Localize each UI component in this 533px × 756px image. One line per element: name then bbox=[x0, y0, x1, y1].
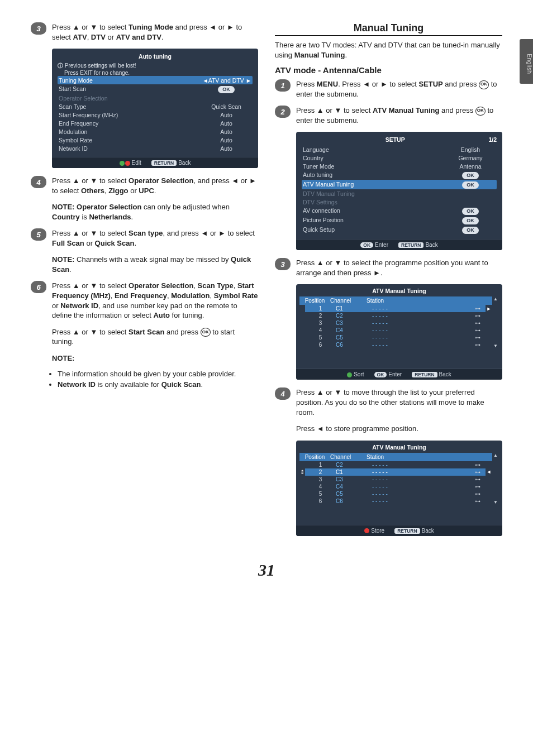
up-icon bbox=[317, 388, 324, 396]
t: or bbox=[80, 281, 91, 290]
osd-auto-tuning: Auto tuning ⓘ Previous settings will be … bbox=[52, 49, 258, 168]
t: Country bbox=[52, 213, 80, 221]
ok-icon: OK bbox=[475, 107, 486, 116]
t: , bbox=[111, 291, 115, 300]
left-icon bbox=[317, 424, 324, 433]
t: DTV bbox=[91, 33, 106, 41]
rstep-2: 2 Press or to select ATV Manual Tuning a… bbox=[275, 106, 502, 125]
t: , and press bbox=[193, 176, 231, 185]
step-badge-3: 3 bbox=[275, 258, 291, 270]
note-6-list: The information should be given by your … bbox=[58, 370, 258, 389]
t: The information should be given by your … bbox=[58, 370, 258, 378]
t: End Frequency bbox=[115, 291, 167, 300]
t: to select bbox=[97, 23, 129, 31]
channel-row: 3C3- - - - -⊶ bbox=[305, 319, 486, 327]
osd-rows: Tuning Mode◄ ATV and DTV ►Start ScanOKOp… bbox=[58, 76, 253, 152]
info-icon: ⓘ bbox=[58, 63, 63, 69]
t: Press bbox=[52, 281, 73, 290]
t: Tuning Mode bbox=[129, 23, 173, 31]
osd-row: Tuner ModeAntenna bbox=[302, 162, 497, 170]
left-icon bbox=[209, 23, 216, 31]
t: NOTE: bbox=[52, 203, 74, 211]
osd-row: Start ScanOK bbox=[58, 84, 253, 94]
footer-back: RETURNBack bbox=[398, 242, 438, 248]
t: Press bbox=[52, 328, 73, 336]
up-icon bbox=[73, 328, 80, 336]
t: or bbox=[80, 229, 91, 237]
osd-row: Symbol RateAuto bbox=[58, 136, 253, 144]
footer-enter: OKEnter bbox=[374, 371, 402, 377]
t: . bbox=[161, 33, 164, 41]
osd-row: Picture PositionOK bbox=[302, 216, 497, 225]
t: and press bbox=[173, 23, 209, 31]
step-3: 3 Press or to select Tuning Mode and pre… bbox=[31, 22, 258, 42]
t: can only be adjusted when bbox=[141, 203, 230, 211]
channel-row: 1C2- - - - -⊶ bbox=[305, 461, 486, 468]
osd-row: DTV Manual Tuning bbox=[302, 189, 497, 198]
osd-setup: SETUP1/2 LanguageEnglishCountryGermanyTu… bbox=[296, 132, 502, 250]
t: to select bbox=[97, 281, 129, 290]
t: Previous settings will be lost! bbox=[65, 63, 136, 69]
t: or bbox=[129, 186, 139, 195]
t: Quick Scan bbox=[95, 239, 135, 247]
step-badge-4: 4 bbox=[31, 176, 46, 188]
t: to select bbox=[226, 229, 255, 237]
rstep-4b: Press to store programme position. bbox=[296, 424, 502, 434]
ok-icon: OK bbox=[479, 80, 489, 89]
note-5: NOTE: Channels with a weak signal may be… bbox=[52, 255, 258, 274]
rstep-3: 3 Press or to select the programme posit… bbox=[275, 258, 502, 277]
t: Network ID bbox=[60, 302, 98, 310]
down-icon bbox=[91, 328, 98, 336]
osd-row: ModulationAuto bbox=[58, 127, 253, 136]
note-6: NOTE: bbox=[52, 353, 258, 363]
osd-atv-1: ATV Manual Tuning PositionChannelStation… bbox=[296, 284, 502, 380]
t: Auto bbox=[153, 311, 170, 319]
t: , bbox=[234, 281, 237, 290]
t: Ziggo bbox=[108, 186, 128, 195]
t: Scan Type bbox=[198, 281, 234, 290]
channel-row: 4C4- - - - -⊶ bbox=[305, 327, 486, 334]
right-icon bbox=[373, 269, 380, 277]
t: . bbox=[134, 239, 136, 247]
left-icon bbox=[231, 176, 239, 185]
step-4: 4 Press or to select Operator Selection,… bbox=[31, 176, 258, 195]
osd-title: Auto tuning bbox=[58, 53, 253, 60]
right-column: Manual Tuning There are two TV modes: AT… bbox=[275, 22, 502, 544]
right-icon bbox=[218, 229, 226, 237]
up-icon bbox=[73, 281, 80, 290]
t: Operator Selection bbox=[77, 203, 141, 211]
down-icon bbox=[335, 388, 342, 396]
t: or bbox=[80, 176, 91, 185]
t: ATV bbox=[73, 33, 87, 41]
left-column: 3 Press or to select Tuning Mode and pre… bbox=[31, 22, 258, 544]
osd-row: Operator Selection bbox=[58, 94, 253, 102]
t: , bbox=[210, 291, 213, 300]
footer-store: Store bbox=[364, 528, 384, 534]
t: or bbox=[216, 23, 227, 31]
channel-row: 6C6- - - - -⊶ bbox=[305, 341, 486, 348]
osd-row: Tuning Mode◄ ATV and DTV ► bbox=[58, 76, 253, 84]
t: Modulation bbox=[171, 291, 210, 300]
osd-row: Auto tuningOK bbox=[302, 170, 497, 180]
channel-row: 6C6- - - - -⊶ bbox=[305, 497, 486, 505]
t: and press bbox=[164, 328, 200, 336]
t: Operator Selection bbox=[129, 176, 193, 185]
osd-row: Scan TypeQuick Scan bbox=[58, 102, 253, 111]
t: Netherlands bbox=[89, 213, 131, 221]
t: or bbox=[52, 302, 60, 310]
t: Others bbox=[81, 186, 104, 195]
rstep-1: 1 Press MENU. Press or to select SETUP a… bbox=[275, 79, 502, 99]
t: Press bbox=[52, 176, 73, 185]
osd-title: ATV Manual Tuning bbox=[299, 288, 499, 294]
t: to select bbox=[97, 176, 129, 185]
t: , bbox=[87, 33, 91, 41]
t: . bbox=[154, 186, 156, 195]
footer-edit: Edit bbox=[120, 160, 141, 166]
osd-page: 1/2 bbox=[488, 136, 497, 143]
t: or bbox=[239, 176, 249, 185]
t: or bbox=[80, 23, 91, 31]
down-icon bbox=[91, 23, 98, 31]
t: to select bbox=[97, 328, 129, 336]
t: or bbox=[208, 229, 218, 237]
footer-back: RETURNBack bbox=[394, 528, 434, 534]
